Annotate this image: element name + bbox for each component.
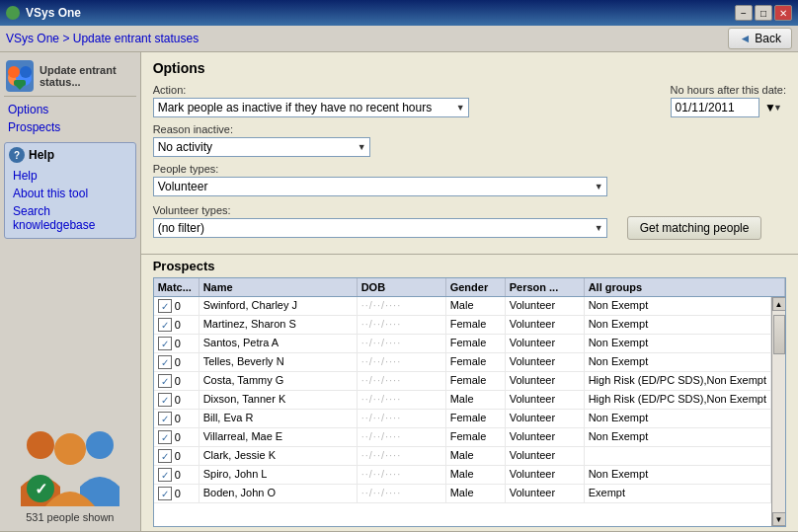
- td-groups-8: [585, 447, 771, 465]
- breadcrumb-separator: >: [62, 32, 72, 45]
- row-count-1: 0: [175, 319, 181, 331]
- minimize-button[interactable]: −: [735, 5, 753, 21]
- row-checkbox-5[interactable]: ✓: [158, 393, 172, 407]
- td-match-5: ✓ 0: [154, 391, 200, 409]
- td-gender-9: Male: [446, 466, 506, 484]
- avatar-area: ✓ 531 people shown: [4, 410, 136, 527]
- sidebar-item-prospects[interactable]: Prospects: [4, 118, 136, 136]
- close-button[interactable]: ✕: [774, 5, 792, 21]
- people-count: 531 people shown: [4, 511, 136, 523]
- scrollbar-thumb[interactable]: [773, 315, 785, 354]
- action-select-wrapper: Mark people as inactive if they have no …: [153, 98, 469, 117]
- people-types-select[interactable]: Volunteer: [153, 177, 607, 196]
- td-groups-3: Non Exempt: [585, 353, 771, 371]
- td-dob-2: ··/··/····: [358, 335, 446, 352]
- action-group: Action: Mark people as inactive if they …: [153, 84, 469, 117]
- row-checkbox-4[interactable]: ✓: [158, 374, 172, 388]
- row-count-3: 0: [175, 356, 181, 368]
- row-count-0: 0: [175, 300, 181, 312]
- td-name-0: Swinford, Charley J: [200, 297, 358, 315]
- td-match-2: ✓ 0: [154, 335, 200, 352]
- sidebar-item-options[interactable]: Options: [4, 101, 136, 118]
- table-row: ✓ 0 Boden, John O ··/··/···· Male Volunt…: [154, 485, 771, 503]
- td-gender-3: Female: [446, 353, 506, 371]
- td-name-5: Dixson, Tanner K: [200, 391, 358, 409]
- table-row: ✓ 0 Telles, Beverly N ··/··/···· Female …: [154, 353, 771, 372]
- help-title: Help: [29, 148, 54, 162]
- title-bar: VSys One − □ ✕: [0, 0, 798, 26]
- td-match-8: ✓ 0: [154, 447, 200, 465]
- row-count-9: 0: [175, 469, 181, 481]
- td-match-1: ✓ 0: [154, 316, 200, 334]
- table-row: ✓ 0 Villarreal, Mae E ··/··/···· Female …: [154, 428, 771, 447]
- td-groups-9: Non Exempt: [585, 466, 771, 484]
- action-select[interactable]: Mark people as inactive if they have no …: [153, 98, 469, 117]
- table-row: ✓ 0 Spiro, John L ··/··/···· Male Volunt…: [154, 466, 771, 485]
- td-groups-0: Non Exempt: [585, 297, 771, 315]
- get-matching-button[interactable]: Get matching people: [627, 216, 762, 240]
- table-row: ✓ 0 Swinford, Charley J ··/··/···· Male …: [154, 297, 771, 316]
- prospects-panel: Prospects Matc... Name DOB Gender Person…: [141, 255, 798, 531]
- people-types-select-wrapper: Volunteer: [153, 177, 607, 196]
- row-count-4: 0: [175, 375, 181, 387]
- svg-point-2: [8, 66, 20, 78]
- td-groups-1: Non Exempt: [585, 316, 771, 334]
- date-dropdown-icon: ▼: [764, 101, 776, 114]
- td-match-4: ✓ 0: [154, 372, 200, 390]
- row-checkbox-3[interactable]: ✓: [158, 355, 172, 369]
- scrollbar[interactable]: ▲ ▼: [771, 297, 785, 526]
- maximize-button[interactable]: □: [755, 5, 772, 21]
- row-count-2: 0: [175, 338, 181, 349]
- row-checkbox-6[interactable]: ✓: [158, 412, 172, 425]
- row-checkbox-10[interactable]: ✓: [158, 487, 172, 500]
- volunteer-types-select[interactable]: (no filter): [153, 218, 607, 238]
- people-types-row: People types: Volunteer: [153, 163, 786, 196]
- people-types-group: People types: Volunteer: [153, 163, 607, 196]
- td-gender-2: Female: [446, 335, 506, 352]
- row-checkbox-7[interactable]: ✓: [158, 430, 172, 444]
- sidebar-app-icon: [6, 60, 34, 92]
- breadcrumb-current[interactable]: Update entrant statuses: [73, 32, 199, 45]
- reason-select[interactable]: No activity: [153, 137, 370, 157]
- td-dob-0: ··/··/····: [358, 297, 446, 315]
- row-checkbox-0[interactable]: ✓: [158, 299, 172, 313]
- td-person-5: Volunteer: [506, 391, 585, 409]
- td-person-9: Volunteer: [506, 466, 585, 484]
- sidebar-item-about[interactable]: About this tool: [9, 185, 131, 202]
- td-match-0: ✓ 0: [154, 297, 200, 315]
- td-dob-5: ··/··/····: [358, 391, 446, 409]
- td-gender-4: Female: [446, 372, 506, 390]
- back-label: Back: [755, 32, 781, 45]
- td-gender-1: Female: [446, 316, 506, 334]
- scroll-down-button[interactable]: ▼: [772, 512, 786, 526]
- td-dob-7: ··/··/····: [358, 428, 446, 446]
- row-checkbox-8[interactable]: ✓: [158, 449, 172, 463]
- breadcrumb-root[interactable]: VSys One: [6, 32, 59, 45]
- table-header: Matc... Name DOB Gender Person ... All g…: [154, 278, 785, 297]
- th-gender: Gender: [446, 278, 506, 296]
- reason-group: Reason inactive: No activity: [153, 123, 370, 157]
- row-checkbox-9[interactable]: ✓: [158, 468, 172, 482]
- th-person-type: Person ...: [506, 278, 585, 296]
- scroll-up-button[interactable]: ▲: [772, 297, 786, 311]
- back-button[interactable]: ◄ Back: [728, 28, 792, 49]
- row-checkbox-1[interactable]: ✓: [158, 318, 172, 332]
- volunteer-types-row: Volunteer types: (no filter) Get matchin…: [153, 202, 786, 240]
- td-match-6: ✓ 0: [154, 410, 200, 427]
- no-hours-date-input[interactable]: [671, 98, 759, 117]
- svg-point-3: [20, 66, 32, 78]
- td-gender-7: Female: [446, 428, 506, 446]
- sidebar-item-help[interactable]: Help: [9, 167, 131, 185]
- svg-point-6: [86, 431, 114, 459]
- row-checkbox-2[interactable]: ✓: [158, 337, 172, 350]
- td-dob-6: ··/··/····: [358, 410, 446, 427]
- action-label: Action:: [153, 84, 469, 96]
- prospects-title: Prospects: [153, 259, 786, 273]
- sidebar-item-search-kb[interactable]: Search knowledgebase: [9, 202, 131, 234]
- action-row: Action: Mark people as inactive if they …: [153, 84, 786, 117]
- td-match-3: ✓ 0: [154, 353, 200, 371]
- svg-rect-4: [14, 80, 26, 86]
- content-area: Options Action: Mark people as inactive …: [141, 52, 798, 531]
- td-person-0: Volunteer: [506, 297, 585, 315]
- options-title: Options: [153, 60, 786, 76]
